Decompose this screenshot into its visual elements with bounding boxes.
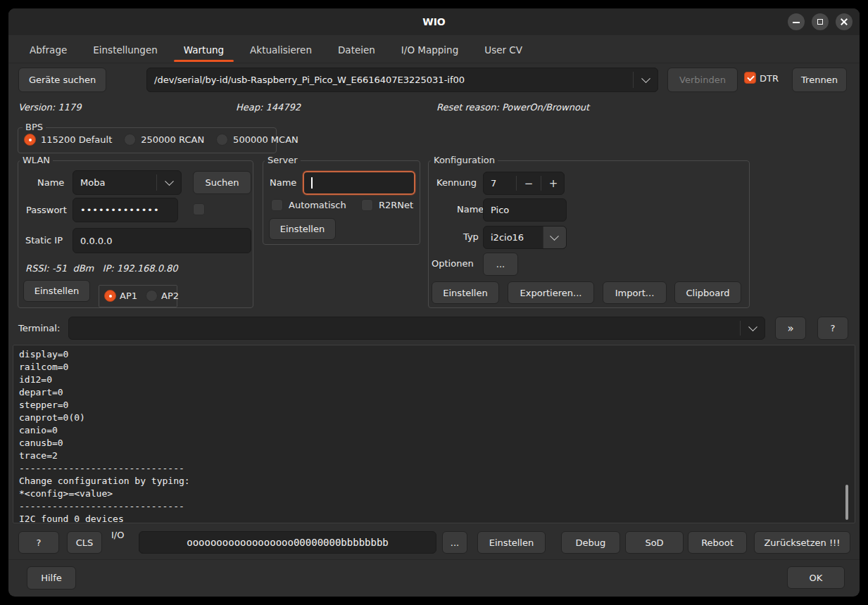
wlan-apply-button[interactable]: Einstellen <box>23 280 90 302</box>
tab-io-mapping[interactable]: I/O Mapping <box>400 37 460 63</box>
konfig-name-value: Pico <box>491 205 509 215</box>
bps-option-500000[interactable]: 500000 MCAN <box>216 134 298 146</box>
server-r2rnet-checkbox-row[interactable]: R2RNet <box>361 199 413 211</box>
wlan-name-combobox[interactable]: Moba <box>73 170 182 195</box>
reboot-button[interactable]: Reboot <box>688 531 747 554</box>
bps-option-250000[interactable]: 250000 RCAN <box>124 134 204 146</box>
dtr-checkbox[interactable] <box>744 72 756 84</box>
maximize-button[interactable] <box>812 13 829 30</box>
ap2-option[interactable]: AP2 <box>146 290 179 302</box>
typ-combobox[interactable]: i2cio16 <box>483 226 567 249</box>
typ-dropdown-button[interactable] <box>543 227 566 248</box>
terminal-input-combobox[interactable] <box>68 317 765 340</box>
optionen-button[interactable]: ... <box>483 253 518 276</box>
tab-bar: Abfrage Einstellungen Wartung Aktualisie… <box>8 37 860 63</box>
footer-separator <box>8 559 860 560</box>
kennung-increment-button[interactable]: + <box>541 172 565 194</box>
tab-abfrage[interactable]: Abfrage <box>28 37 68 63</box>
wlan-password-field[interactable]: ••••••••••••• <box>73 198 178 222</box>
minimize-icon <box>793 22 800 23</box>
bps-option-115200[interactable]: 115200 Default <box>24 134 112 146</box>
bps-legend: BPS <box>23 122 46 132</box>
chevron-down-icon[interactable] <box>641 74 650 83</box>
wlan-name-label: Name <box>37 177 64 188</box>
export-button[interactable]: Exportieren... <box>508 281 594 304</box>
reset-reason-text: Reset reason: PowerOn/Brownout <box>436 102 589 113</box>
tab-user-cv[interactable]: User CV <box>483 37 524 63</box>
headerbar: WIO <box>8 8 860 35</box>
chevron-down-icon[interactable] <box>165 177 174 186</box>
debug-button[interactable]: Debug <box>561 531 620 554</box>
wlan-legend: WLAN <box>20 155 53 165</box>
konfiguration-legend: Konfiguration <box>431 155 498 165</box>
radio-icon <box>146 290 158 302</box>
io-state-field[interactable]: oooooooooooooooooo00000000bbbbbbbb <box>139 531 436 554</box>
io-help-button[interactable]: ? <box>18 531 59 554</box>
maximize-icon <box>817 19 823 25</box>
server-name-field[interactable] <box>303 171 415 195</box>
wlan-static-ip-label: Static IP <box>25 235 63 246</box>
version-text: Version: 1179 <box>18 102 81 113</box>
chevron-down-icon <box>550 231 559 241</box>
terminal-help-button[interactable]: ? <box>817 317 848 340</box>
sod-button[interactable]: SoD <box>625 531 684 554</box>
wlan-static-ip-field[interactable]: 0.0.0.0 <box>73 228 251 253</box>
ap-radio-group: AP1 AP2 <box>104 290 179 302</box>
serial-port-combobox[interactable]: /dev/serial/by-id/usb-Raspberry_Pi_Pico_… <box>146 68 658 92</box>
tab-dateien[interactable]: Dateien <box>336 37 377 63</box>
io-label: I/O <box>111 530 124 540</box>
wlan-search-button[interactable]: Suchen <box>193 171 251 194</box>
server-name-label: Name <box>270 177 296 188</box>
scrollbar-thumb[interactable] <box>845 485 848 520</box>
bps-radio-group: 115200 Default 250000 RCAN 500000 MCAN <box>24 134 298 146</box>
app-window: WIO Abfrage Einstellungen Wartung Aktual… <box>8 8 860 597</box>
checkbox-icon <box>271 199 283 211</box>
radio-selected-icon <box>104 290 116 302</box>
kennung-spinbox[interactable]: 7 − + <box>483 172 565 195</box>
search-devices-button[interactable]: Geräte suchen <box>18 68 106 92</box>
factory-reset-button[interactable]: Zurücksetzen !!! <box>754 531 850 554</box>
cls-button[interactable]: CLS <box>67 531 102 554</box>
terminal-send-button[interactable]: » <box>775 317 806 340</box>
minimize-button[interactable] <box>788 13 805 30</box>
tab-aktualisieren[interactable]: Aktualisieren <box>249 37 313 63</box>
radio-icon <box>216 134 228 146</box>
kennung-label: Kennung <box>436 177 477 188</box>
konfig-name-field[interactable]: Pico <box>483 198 567 222</box>
radio-selected-icon <box>24 134 36 146</box>
kennung-value: 7 <box>484 178 496 189</box>
dtr-label: DTR <box>760 73 779 84</box>
io-apply-button[interactable]: Einstellen <box>477 531 546 554</box>
connect-button[interactable]: Verbinden <box>667 68 738 92</box>
io-more-button[interactable]: ... <box>442 531 467 554</box>
wlan-name-value: Moba <box>80 177 105 188</box>
server-apply-button[interactable]: Einstellen <box>269 218 336 240</box>
ap1-option[interactable]: AP1 <box>104 290 137 302</box>
ok-button[interactable]: OK <box>787 566 845 589</box>
terminal-label: Terminal: <box>18 323 60 333</box>
clipboard-button[interactable]: Clipboard <box>674 281 741 304</box>
window-title: WIO <box>422 16 446 27</box>
konfig-apply-button[interactable]: Einstellen <box>432 281 499 304</box>
radio-icon <box>124 134 136 146</box>
terminal-output[interactable]: display=0 railcom=0 id12=0 depart=0 step… <box>13 345 855 523</box>
window-controls <box>788 13 853 30</box>
kennung-decrement-button[interactable]: − <box>517 172 541 194</box>
chevron-down-icon[interactable] <box>748 322 757 331</box>
wlan-password-value: ••••••••••••• <box>80 205 160 215</box>
server-automatic-checkbox-row[interactable]: Automatisch <box>271 199 346 211</box>
import-button[interactable]: Import... <box>603 281 667 304</box>
typ-value: i2cio16 <box>491 232 524 243</box>
tab-wartung[interactable]: Wartung <box>182 37 225 63</box>
help-button[interactable]: Hilfe <box>27 566 76 590</box>
wlan-static-ip-value: 0.0.0.0 <box>80 236 112 246</box>
typ-label: Typ <box>463 231 479 242</box>
text-cursor <box>311 177 313 189</box>
close-button[interactable] <box>836 13 853 30</box>
io-state-value: oooooooooooooooooo00000000bbbbbbbb <box>187 537 389 548</box>
disconnect-button[interactable]: Trennen <box>792 68 847 92</box>
wlan-password-label: Passwort <box>26 205 67 215</box>
server-legend: Server <box>265 155 301 165</box>
tab-einstellungen[interactable]: Einstellungen <box>92 37 159 63</box>
wlan-show-password-checkbox[interactable] <box>193 203 205 215</box>
